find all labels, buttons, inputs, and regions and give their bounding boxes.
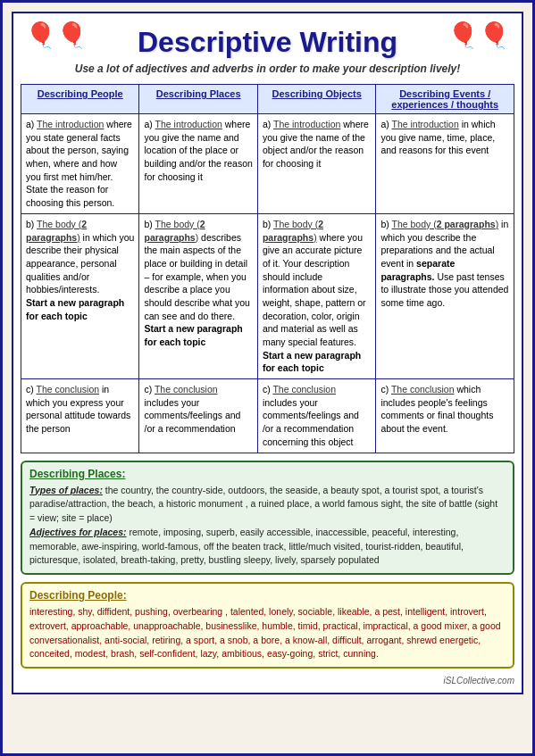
page-wrapper: 🎈🎈 Descriptive Writing 🎈🎈 Use a lot of a… (12, 12, 523, 694)
places-section-content: Types of places: the country, the countr… (29, 484, 506, 569)
table-row: c) The conclusion in which you express y… (21, 379, 514, 453)
places-conclusion: c) The conclusion includes your comments… (139, 379, 257, 453)
objects-body: b) The body (2 paragraphs) where you giv… (257, 213, 375, 378)
places-section-title: Describing Places: (29, 468, 506, 480)
events-body: b) The body (2 paragraphs) in which you … (376, 213, 514, 378)
balloons-right-icon: 🎈🎈 (447, 21, 510, 50)
table-row: b) The body (2 paragraphs) in which you … (21, 213, 514, 378)
people-section-content: interesting, shy, diffident, pushing, ov… (29, 605, 506, 661)
people-section: Describing People: interesting, shy, dif… (21, 582, 514, 669)
header-objects: Describing Objects (257, 85, 375, 114)
events-intro-text: a) The introduction in which you give na… (380, 119, 495, 155)
people-section-title: Describing People: (29, 589, 506, 602)
title-section: 🎈🎈 Descriptive Writing 🎈🎈 Use a lot of a… (21, 21, 514, 84)
header-events: Describing Events / experiences / though… (376, 85, 514, 114)
events-intro: a) The introduction in which you give na… (376, 114, 514, 214)
adjectives-label: Adjectives for places: (29, 527, 127, 537)
page-title: Descriptive Writing (21, 26, 514, 59)
places-intro: a) The introduction where you give the n… (139, 114, 257, 214)
places-body: b) The body (2 paragraphs) describes the… (139, 213, 257, 378)
places-conclusion-text: c) The conclusion includes your comments… (144, 384, 240, 434)
events-conclusion-text: c) The conclusion which includes people'… (380, 384, 493, 434)
people-body: b) The body (2 paragraphs) in which you … (21, 213, 139, 378)
main-table: Describing People Describing Places Desc… (21, 84, 514, 453)
objects-conclusion-text: c) The conclusion includes your comments… (263, 384, 359, 447)
header-people: Describing People (21, 85, 139, 114)
types-label: Types of places: (29, 485, 103, 495)
objects-conclusion: c) The conclusion includes your comments… (257, 379, 375, 453)
subtitle: Use a lot of adjectives and adverbs in o… (21, 62, 514, 75)
objects-intro-text: a) The introduction where you give the n… (263, 119, 369, 169)
balloons-left-icon: 🎈🎈 (25, 21, 88, 50)
events-conclusion: c) The conclusion which includes people'… (376, 379, 514, 453)
places-section: Describing Places: Types of places: the … (21, 461, 514, 576)
footer: iSLCollective.com (21, 676, 514, 685)
people-conclusion-text: c) The conclusion in which you express y… (26, 384, 130, 434)
places-intro-text: a) The introduction where you give the n… (144, 119, 252, 182)
objects-intro: a) The introduction where you give the n… (257, 114, 375, 214)
people-intro: a) The introduction where you state gene… (21, 114, 139, 214)
header-places: Describing Places (139, 85, 257, 114)
people-intro-text: a) The introduction where you state gene… (26, 119, 132, 208)
people-conclusion: c) The conclusion in which you express y… (21, 379, 139, 453)
table-row: a) The introduction where you state gene… (21, 114, 514, 214)
